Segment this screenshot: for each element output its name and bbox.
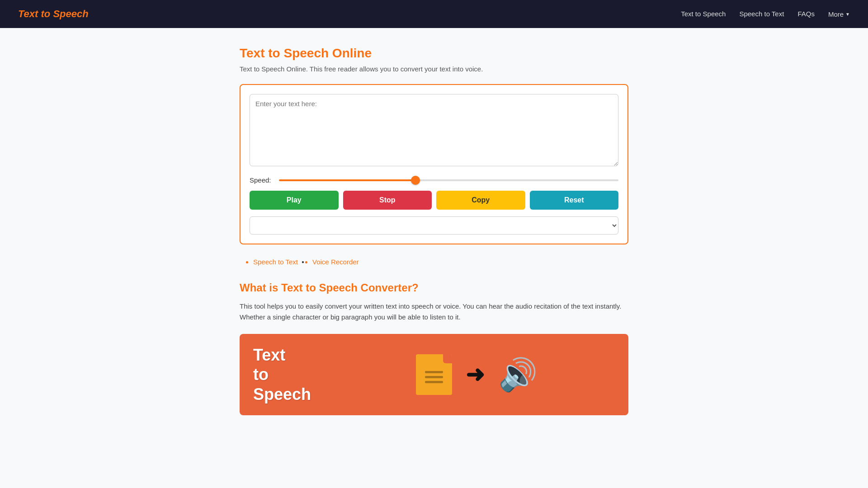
speech-to-text-link[interactable]: Speech to Text [253,258,298,266]
doc-lines [425,371,443,383]
navbar: Text to Speech Text to Speech Speech to … [0,0,868,28]
speaker-icon: 🔊 [498,356,538,393]
nav-text-to-speech[interactable]: Text to Speech [681,10,726,18]
arrow-icon: ➜ [466,361,485,388]
reset-button[interactable]: Reset [530,191,619,210]
voice-select[interactable] [250,216,618,235]
play-button[interactable]: Play [250,191,339,210]
infographic-heading: TexttoSpeech [240,336,325,413]
tool-links: Speech to Text ● Voice Recorder [240,253,628,268]
page-title: Text to Speech Online [240,46,628,61]
doc-line-2 [425,376,443,378]
document-icon [416,354,452,395]
page-subtitle: Text to Speech Online. This free reader … [240,65,628,73]
infographic-banner: TexttoSpeech ➜ 🔊 [240,334,628,415]
copy-button[interactable]: Copy [436,191,525,210]
brand-logo[interactable]: Text to Speech [18,8,89,20]
doc-line-3 [425,381,443,383]
speed-slider[interactable] [279,179,618,181]
bullet-separator: ● [302,259,304,264]
info-section-text: This tool helps you to easily convert yo… [240,301,628,323]
more-dropdown-button[interactable]: More [828,10,850,18]
infographic-icons: ➜ 🔊 [325,345,628,404]
nav-faqs[interactable]: FAQs [797,10,815,18]
info-section-title: What is Text to Speech Converter? [240,282,628,294]
text-input[interactable] [250,94,618,166]
main-content: Text to Speech Online Text to Speech Onl… [231,28,637,433]
speed-label: Speed: [250,176,272,184]
nav-speech-to-text[interactable]: Speech to Text [739,10,784,18]
buttons-row: Play Stop Copy Reset [250,191,618,210]
stop-button[interactable]: Stop [343,191,432,210]
voice-recorder-link[interactable]: Voice Recorder [312,258,359,266]
tool-box: Speed: Play Stop Copy Reset [240,84,628,244]
doc-line-1 [425,371,443,373]
speed-row: Speed: [250,176,618,184]
nav-links: Text to Speech Speech to Text FAQs More [681,10,850,18]
